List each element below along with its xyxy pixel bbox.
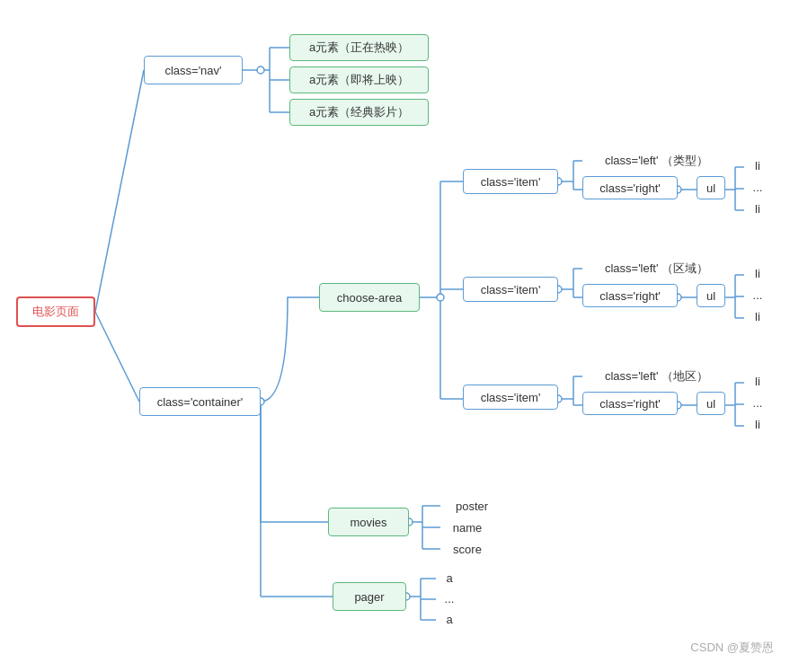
item1-label: class='item': [481, 175, 541, 189]
li1b-node: ...: [744, 176, 771, 198]
li3b-node: ...: [744, 392, 771, 413]
left2-node: class='left' （区域）: [582, 257, 731, 280]
choose-area-label: choose-area: [337, 291, 402, 305]
li1c-node: li: [744, 198, 771, 219]
li1c-label: li: [755, 202, 760, 216]
a3-node: a元素（经典影片）: [289, 99, 429, 126]
svg-line-0: [95, 70, 144, 312]
nav-label: class='nav': [164, 64, 221, 77]
li3a-label: li: [755, 375, 760, 388]
item2-node: class='item': [463, 277, 558, 302]
ul1-node: ul: [697, 176, 725, 199]
li3a-node: li: [744, 370, 771, 392]
svg-line-1: [95, 312, 139, 402]
poster-node: poster: [440, 494, 503, 517]
name-label: name: [453, 521, 483, 535]
right3-label: class='right': [599, 397, 660, 411]
a1-node: a元素（正在热映）: [289, 34, 429, 61]
pager-node: pager: [333, 582, 406, 611]
watermark: CSDN @夏赞恩: [690, 640, 774, 656]
right1-label: class='right': [599, 181, 660, 195]
pa2-label: a: [446, 613, 452, 626]
left3-node: class='left' （地区）: [582, 365, 731, 388]
item3-node: class='item': [463, 385, 558, 410]
li3c-label: li: [755, 418, 760, 431]
nav-node: class='nav': [144, 56, 243, 84]
right3-node: class='right': [582, 392, 678, 415]
a3-label: a元素（经典影片）: [309, 104, 409, 120]
movies-label: movies: [350, 516, 386, 529]
ul2-node: ul: [697, 284, 725, 307]
li2c-label: li: [755, 310, 760, 323]
ul3-label: ul: [706, 397, 715, 411]
pa-label: a: [446, 571, 452, 585]
container-label: class='container': [157, 395, 244, 409]
li1a-label: li: [755, 159, 760, 172]
left1-node: class='left' （类型）: [582, 149, 731, 172]
root-node: 电影页面: [16, 296, 95, 327]
li2c-node: li: [744, 305, 771, 327]
container-node: class='container': [139, 387, 261, 416]
root-label: 电影页面: [32, 304, 79, 320]
pager-label: pager: [354, 590, 384, 604]
poster-label: poster: [456, 500, 488, 513]
watermark-text: CSDN @夏赞恩: [690, 641, 774, 654]
ul3-node: ul: [697, 392, 725, 415]
li1a-node: li: [744, 155, 771, 176]
item3-label: class='item': [481, 391, 541, 404]
left1-label: class='left' （类型）: [605, 153, 708, 169]
ul2-label: ul: [706, 289, 715, 303]
a1-label: a元素（正在热映）: [309, 40, 409, 56]
left3-label: class='left' （地区）: [605, 368, 708, 385]
svg-point-56: [257, 66, 264, 74]
li1b-label: ...: [753, 181, 763, 194]
diagram: 电影页面 class='nav' a元素（正在热映） a元素（即将上映） a元素…: [0, 0, 790, 672]
pa2-node: a: [436, 607, 463, 631]
left2-label: class='left' （区域）: [605, 261, 708, 277]
right1-node: class='right': [582, 176, 678, 199]
li2b-node: ...: [744, 284, 771, 305]
movies-node: movies: [328, 508, 409, 536]
item2-label: class='item': [481, 283, 541, 296]
li2b-label: ...: [753, 288, 763, 302]
name-node: name: [440, 516, 494, 539]
li2a-node: li: [744, 262, 771, 284]
right2-label: class='right': [599, 289, 660, 303]
score-label: score: [453, 543, 482, 556]
ul1-label: ul: [706, 181, 715, 195]
score-node: score: [440, 537, 494, 561]
svg-point-58: [437, 294, 444, 301]
li3b-label: ...: [753, 396, 763, 410]
pdots-label: ...: [445, 592, 455, 606]
li3c-node: li: [744, 413, 771, 435]
a2-label: a元素（即将上映）: [309, 72, 409, 88]
right2-node: class='right': [582, 284, 678, 307]
li2a-label: li: [755, 267, 760, 280]
choose-area-node: choose-area: [319, 283, 420, 312]
a2-node: a元素（即将上映）: [289, 66, 429, 93]
item1-node: class='item': [463, 169, 558, 194]
